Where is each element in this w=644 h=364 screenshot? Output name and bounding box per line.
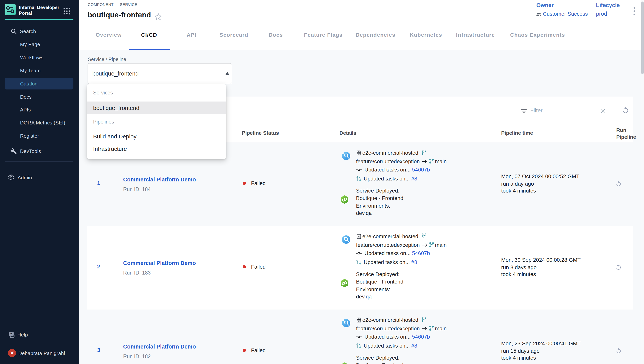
svg-text:?: ? [10, 332, 12, 336]
